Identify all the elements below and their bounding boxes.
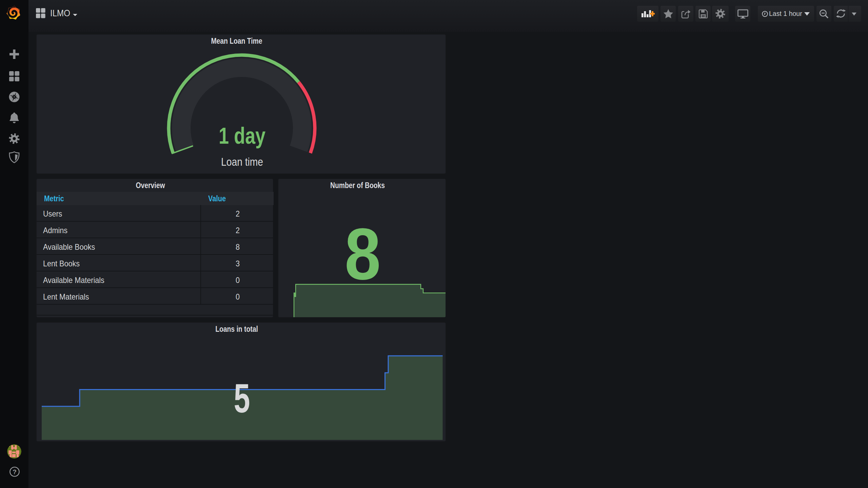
svg-text:Loan time: Loan time <box>221 155 263 168</box>
svg-text:5: 5 <box>234 375 250 421</box>
svg-text:1 day: 1 day <box>219 123 265 148</box>
svg-text:?: ? <box>13 468 17 475</box>
